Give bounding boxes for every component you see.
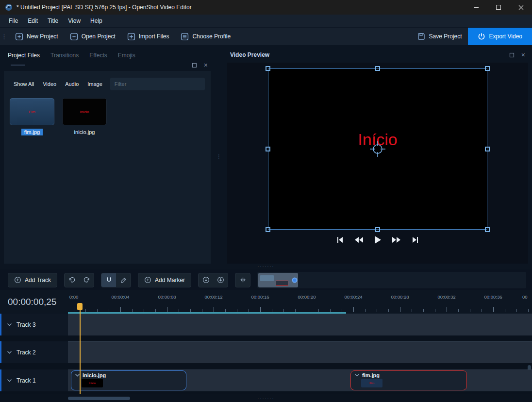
transform-handle[interactable] xyxy=(266,227,270,232)
filter-video[interactable]: Video xyxy=(39,79,60,89)
fast-forward-button[interactable] xyxy=(392,237,401,243)
video-canvas[interactable]: Início xyxy=(268,68,487,230)
clip-thumbnail: Início xyxy=(82,379,103,387)
timeline-horizontal-scrollbar[interactable]: ······· xyxy=(0,394,532,402)
menu-item-help[interactable]: Help xyxy=(85,16,107,26)
ruler[interactable]: 0:0000:00:0400:00:0800:00:1200:00:1600:0… xyxy=(68,290,532,314)
jump-to-end-button[interactable] xyxy=(412,236,419,243)
toolbar-grip[interactable]: ⋮ xyxy=(0,33,9,40)
filter-image[interactable]: Image xyxy=(83,79,106,89)
tab-effects[interactable]: Effects xyxy=(89,52,107,59)
menu-item-file[interactable]: File xyxy=(4,16,23,26)
dock-resize-handle[interactable]: ······· xyxy=(258,264,275,269)
window-controls xyxy=(465,0,532,15)
import-files-button[interactable]: Import Files xyxy=(121,30,175,44)
playhead[interactable] xyxy=(77,303,83,394)
razor-tool-button[interactable] xyxy=(116,273,131,287)
timeline-zoom-scrollbar[interactable] xyxy=(257,272,526,288)
ruler-label: 0:00 xyxy=(69,294,79,300)
dock-splitter[interactable]: ⋮ xyxy=(211,50,227,264)
chevron-down-icon[interactable] xyxy=(7,323,12,327)
rewind-button[interactable] xyxy=(354,237,363,243)
zoom-region-handle[interactable] xyxy=(292,277,298,283)
transform-handle[interactable] xyxy=(485,147,490,151)
panel-tabs: Project FilesTransitionsEffectsEmojis xyxy=(4,50,211,61)
ruler-tick xyxy=(74,307,74,312)
clip-inicio-jpg[interactable]: inicio.jpgInício xyxy=(71,370,186,390)
float-panel-icon[interactable] xyxy=(192,63,197,68)
menu-item-view[interactable]: View xyxy=(63,16,85,26)
close-panel-icon[interactable]: × xyxy=(521,51,525,58)
playhead-line xyxy=(80,310,81,394)
filter-input[interactable] xyxy=(110,78,205,90)
ruler-tick xyxy=(493,307,494,312)
add-track-button[interactable]: Add Track xyxy=(8,273,57,287)
save-project-button[interactable]: Save Project xyxy=(412,30,467,43)
close-button[interactable] xyxy=(510,0,532,15)
bottom-resize-handle[interactable]: ······· xyxy=(258,396,275,401)
next-marker-button[interactable] xyxy=(213,273,228,287)
float-panel-icon[interactable] xyxy=(509,52,515,58)
snapping-magnet-button[interactable] xyxy=(101,273,116,287)
file-name[interactable]: fim.jpg xyxy=(21,129,43,135)
ruler-tick xyxy=(482,309,482,312)
file-thumbnail[interactable]: Fim xyxy=(10,98,54,125)
ruler-label: 00:00:16 xyxy=(251,294,269,300)
export-video-button[interactable]: Export Video xyxy=(468,28,532,45)
video-preview-panel: Video Preview × Início xyxy=(227,50,528,264)
transform-handle[interactable] xyxy=(266,147,270,151)
choose-profile-button[interactable]: Choose Profile xyxy=(175,30,236,44)
clip-fim-jpg[interactable]: fim.jpgFim xyxy=(350,370,467,390)
minimize-button[interactable] xyxy=(465,0,487,15)
menu-item-title[interactable]: Title xyxy=(43,16,63,26)
undo-button[interactable] xyxy=(65,273,79,287)
window-title: * Untitled Project [PAL SD SQ 576p 25 fp… xyxy=(17,4,192,11)
close-panel-icon[interactable]: × xyxy=(204,62,208,68)
app-logo-icon xyxy=(5,3,13,11)
tab-emojis[interactable]: Emojis xyxy=(118,52,135,59)
new-project-button[interactable]: New Project xyxy=(9,30,64,44)
ruler-tick xyxy=(505,309,505,312)
jump-to-start-button[interactable] xyxy=(336,236,344,243)
track-lane[interactable] xyxy=(68,341,532,363)
file-item-fim[interactable]: Fim fim.jpg xyxy=(10,98,54,135)
track-lane[interactable] xyxy=(68,314,532,335)
track-lane[interactable]: inicio.jpgIníciofim.jpgFim xyxy=(68,369,532,391)
new-project-label: New Project xyxy=(27,33,58,40)
file-thumbnail[interactable]: Início xyxy=(62,98,107,125)
project-files-content: Show AllVideoAudioImage Fim fim.jpg Iníc… xyxy=(4,71,211,264)
file-item-inicio[interactable]: Início inicio.jpg xyxy=(62,98,107,135)
track-label: Track 1 xyxy=(17,377,36,384)
center-on-playhead-button[interactable] xyxy=(235,273,250,287)
chevron-down-icon[interactable] xyxy=(354,373,360,377)
import-files-icon xyxy=(127,33,135,41)
chevron-down-icon[interactable] xyxy=(7,351,12,354)
playhead-handle[interactable] xyxy=(77,303,83,310)
ruler-tick xyxy=(423,309,424,312)
ruler-tick xyxy=(260,307,261,312)
maximize-button[interactable] xyxy=(487,0,510,15)
filter-audio[interactable]: Audio xyxy=(61,79,83,89)
play-button[interactable] xyxy=(374,235,382,244)
ruler-tick xyxy=(516,309,517,312)
origin-crosshair-icon[interactable] xyxy=(368,139,387,159)
file-name[interactable]: inicio.jpg xyxy=(71,129,98,135)
horizontal-scrollbar-thumb[interactable] xyxy=(68,397,130,400)
chevron-down-icon[interactable] xyxy=(7,379,12,383)
transform-handle[interactable] xyxy=(485,227,490,232)
transform-handle[interactable] xyxy=(266,66,270,71)
menu-item-edit[interactable]: Edit xyxy=(23,16,43,26)
open-project-button[interactable]: Open Project xyxy=(64,30,121,44)
ruler-tick xyxy=(447,307,447,312)
add-marker-button[interactable]: Add Marker xyxy=(138,273,191,287)
filter-show-all[interactable]: Show All xyxy=(10,79,38,89)
tab-transitions[interactable]: Transitions xyxy=(50,52,79,59)
redo-button[interactable] xyxy=(79,273,94,287)
transform-handle[interactable] xyxy=(375,66,380,71)
dock-drag-dash xyxy=(11,65,25,66)
previous-marker-button[interactable] xyxy=(199,273,213,287)
undo-redo-group xyxy=(64,273,94,287)
transform-handle[interactable] xyxy=(375,227,380,232)
tab-project-files[interactable]: Project Files xyxy=(8,52,40,59)
transform-handle[interactable] xyxy=(485,66,490,71)
